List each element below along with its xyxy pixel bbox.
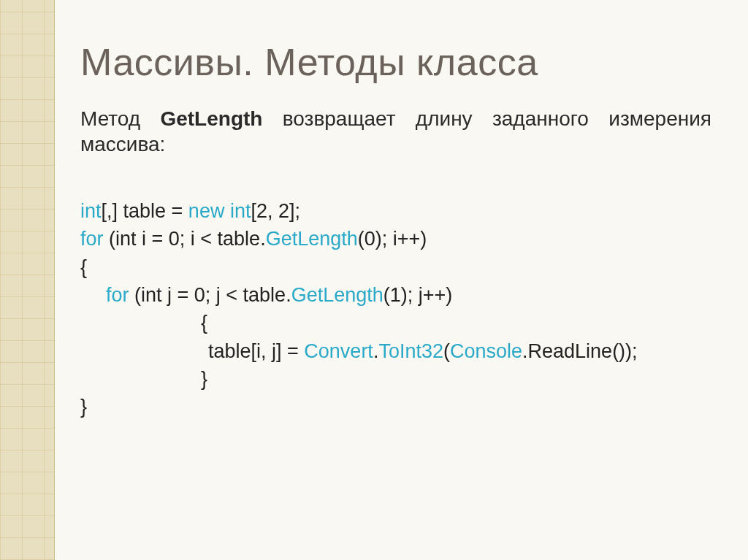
kw-getlength: GetLength [291,284,383,306]
code-line-3: { [80,253,711,281]
code-text: (int j = 0; j < table. [129,284,291,306]
slide: Массивы. Методы класса Метод GetLength в… [0,0,748,560]
kw-new-int: new int [188,200,251,222]
kw-toint32: ToInt32 [378,340,443,362]
code-text: .ReadLine()); [522,340,638,362]
code-text: (0); i++) [358,228,427,250]
desc-prefix: Метод [80,107,160,130]
desc-method: GetLength [160,107,262,130]
kw-for: for [106,284,129,306]
description-text: Метод GetLength возвращает длину заданно… [80,106,711,157]
kw-convert: Convert [304,340,373,362]
slide-title: Массивы. Методы класса [80,40,711,84]
kw-console: Console [450,340,522,362]
code-line-8: } [80,393,711,421]
code-line-5: { [80,309,711,337]
code-line-7: } [80,365,711,393]
decorative-sidebar [0,0,55,560]
code-line-1: int[,] table = new int[2, 2]; [80,197,711,225]
kw-int: int [80,200,102,222]
code-line-4: for (int j = 0; j < table.GetLength(1); … [80,281,711,309]
code-line-6: table[i, j] = Convert.ToInt32(Console.Re… [80,337,711,365]
code-text: [2, 2]; [251,200,300,222]
code-text: (int i = 0; i < table. [104,228,266,250]
code-text: [,] table = [102,200,188,222]
kw-for: for [80,228,104,250]
code-text: (1); j++) [383,284,453,306]
code-text: ( [443,340,450,362]
slide-content: Массивы. Методы класса Метод GetLength в… [80,40,711,421]
code-line-2: for (int i = 0; i < table.GetLength(0); … [80,225,711,253]
code-block: int[,] table = new int[2, 2]; for (int i… [80,197,711,421]
kw-getlength: GetLength [266,228,358,250]
code-text: table[i, j] = [208,340,304,362]
